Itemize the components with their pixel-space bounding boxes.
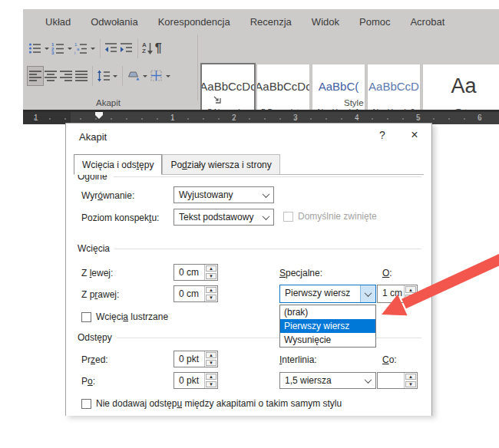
pilcrow-icon: ¶ (155, 42, 162, 54)
spin-down-icon[interactable]: ▼ (405, 295, 416, 301)
close-button[interactable]: × (404, 127, 425, 143)
spin-up-icon[interactable]: ▲ (206, 287, 216, 293)
outline-level-combobox[interactable]: Tekst podstawowy (173, 209, 274, 226)
chevron-down-icon[interactable] (259, 187, 273, 203)
bullet-list-dropdown[interactable] (45, 48, 49, 52)
at-spinner[interactable]: ▲▼ (377, 372, 418, 389)
indent-right-label: Z prawej: (81, 289, 119, 300)
line-spacing-label: Interlinia: (279, 354, 317, 365)
align-center-button[interactable] (43, 67, 58, 85)
no-space-same-style-checkbox[interactable]: Nie dodawaj odstępu między akapitami o t… (81, 398, 342, 409)
show-paragraph-marks-button[interactable]: ¶ (154, 39, 163, 58)
ribbon-tab-pomoc[interactable]: Pomoc (349, 16, 400, 28)
group-separator (197, 35, 198, 100)
spin-up-icon[interactable]: ▲ (206, 374, 216, 380)
ribbon-tab-acrobat[interactable]: Acrobat (400, 16, 454, 28)
ribbon-tab-widok[interactable]: Widok (302, 16, 349, 28)
tab-wciecia-i-odstepy[interactable]: Wcięcia i odstępy (74, 154, 162, 175)
ribbon-tab-uklad[interactable]: Układ (35, 16, 81, 28)
ribbon-tab-korespondencja[interactable]: Korespondencja (148, 16, 240, 28)
borders-button[interactable] (149, 67, 164, 85)
special-combobox[interactable]: Pierwszy wiersz (279, 285, 376, 303)
bullet-list-icon (28, 41, 42, 55)
spin-down-icon[interactable]: ▼ (206, 295, 216, 301)
paragraph-dialog: Akapit ? × Wcięcia i odstępy Podziały wi… (65, 123, 432, 416)
line-spacing-combobox[interactable]: 1,5 wiersza (279, 372, 376, 389)
dialog-tab-strip: Wcięcia i odstępy Podziały wiersza i str… (74, 154, 280, 175)
ruler-number: 6 (478, 114, 482, 122)
dropdown-item-wysuniecie[interactable]: Wysunięcie (280, 333, 375, 347)
spacing-after-spinner[interactable]: 0 pkt ▲▼ (173, 372, 218, 389)
spin-up-icon[interactable]: ▲ (405, 374, 416, 380)
paragraph-toolbar: 123 1ai (23, 35, 499, 103)
numbered-list-dropdown[interactable] (68, 48, 72, 52)
paragraph-dialog-launcher[interactable] (213, 93, 221, 107)
ruler-number: 4 (355, 114, 359, 122)
spin-up-icon[interactable]: ▲ (206, 352, 216, 358)
sort-arrow-icon (147, 41, 154, 55)
spin-down-icon[interactable]: ▼ (206, 273, 216, 279)
align-right-icon (59, 69, 73, 83)
ribbon-tab-recenzja[interactable]: Recenzja (240, 16, 302, 28)
svg-text:a: a (77, 47, 80, 51)
justify-button[interactable] (74, 67, 89, 85)
chevron-down-icon[interactable] (360, 285, 375, 302)
section-wciecia: Wcięcia (78, 243, 114, 254)
section-line (114, 176, 421, 177)
align-left-button[interactable] (28, 67, 43, 85)
indent-left-spinner[interactable]: 0 cm ▲▼ (173, 264, 218, 281)
tab-podzialy-wiersza[interactable]: Podziały wiersza i strony (162, 154, 279, 175)
outline-level-label: Poziom konspektu: (81, 212, 159, 223)
spin-down-icon[interactable]: ▼ (206, 360, 216, 366)
spin-down-icon[interactable]: ▼ (206, 381, 216, 387)
dropdown-item-pierwszy-wiersz[interactable]: Pierwszy wiersz (280, 319, 375, 333)
ribbon-tab-bar: Układ Odwołania Korespondencja Recenzja … (35, 9, 454, 35)
special-dropdown-list: (brak) Pierwszy wiersz Wysunięcie (279, 305, 376, 348)
by-spinner[interactable]: 1 cm ▲▼ (377, 285, 418, 303)
spin-up-icon[interactable]: ▲ (206, 265, 216, 272)
align-left-icon (28, 69, 42, 83)
checkbox[interactable] (81, 399, 91, 409)
line-spacing-button[interactable] (96, 67, 111, 85)
bullet-list-button[interactable] (28, 39, 43, 58)
chevron-down-icon[interactable] (259, 209, 273, 225)
sort-button[interactable]: AZ (141, 39, 154, 58)
spacing-before-spinner[interactable]: 0 pkt ▲▼ (173, 351, 218, 367)
shading-bucket-icon (127, 69, 140, 83)
ruler-number: 3 (293, 114, 298, 122)
decrease-indent-button[interactable] (104, 39, 119, 58)
ribbon-tab-odwolania[interactable]: Odwołania (81, 16, 147, 28)
multilevel-list-icon: 1ai (74, 41, 88, 55)
align-right-button[interactable] (58, 67, 74, 85)
multilevel-list-dropdown[interactable] (91, 48, 95, 52)
align-center-icon (44, 69, 58, 83)
shading-button[interactable] (126, 67, 141, 85)
help-button[interactable]: ? (372, 127, 393, 143)
chevron-down-icon[interactable] (361, 373, 375, 388)
group-label-akapit: Akapit (96, 98, 121, 107)
indent-right-spinner[interactable]: 0 cm ▲▼ (173, 285, 218, 302)
ruler-ticks (34, 118, 493, 120)
multilevel-list-button[interactable]: 1ai (74, 39, 89, 58)
line-spacing-dropdown[interactable] (113, 75, 117, 80)
dropdown-item-brak[interactable]: (brak) (280, 305, 375, 319)
alignment-combobox[interactable]: Wyjustowany (173, 186, 274, 203)
svg-text:3: 3 (51, 51, 55, 55)
borders-dropdown[interactable] (166, 75, 170, 80)
at-label: Co: (382, 354, 397, 365)
numbered-list-icon: 123 (51, 41, 65, 55)
mirror-indents-checkbox[interactable]: Wcięcia lustrzane (81, 311, 168, 322)
special-label: Specjalne: (279, 268, 322, 278)
shading-dropdown[interactable] (143, 75, 147, 80)
ruler-number: 2 (232, 114, 236, 122)
collapsed-by-default-checkbox: Domyślnie zwinięte (283, 211, 377, 222)
spacing-after-label: Po: (81, 376, 95, 387)
numbered-list-button[interactable]: 123 (51, 39, 66, 58)
svg-text:i: i (74, 51, 75, 55)
checkbox[interactable] (81, 312, 91, 322)
spin-down-icon[interactable]: ▼ (405, 381, 416, 387)
increase-indent-button[interactable] (119, 39, 134, 58)
spin-up-icon[interactable]: ▲ (405, 286, 416, 293)
section-odstepy: Odstępy (78, 332, 117, 343)
ribbon: Układ Odwołania Korespondencja Recenzja … (23, 9, 499, 110)
